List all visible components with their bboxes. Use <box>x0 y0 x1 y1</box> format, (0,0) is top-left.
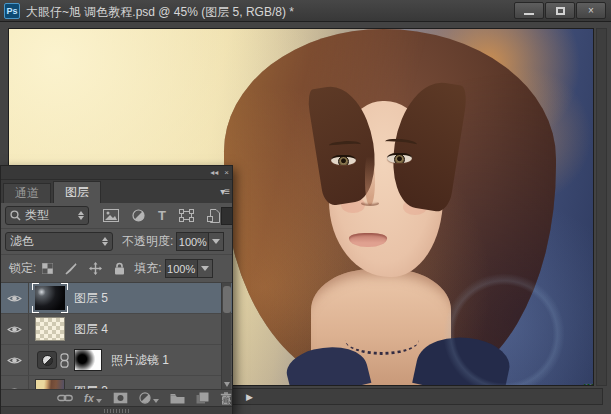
blend-mode-value: 滤色 <box>10 233 34 250</box>
fill-dropdown-button[interactable] <box>198 259 213 278</box>
layer-row-5[interactable]: 图层 5 <box>1 283 232 314</box>
eye-icon <box>7 293 22 304</box>
filter-shape-layers-icon[interactable] <box>179 209 194 222</box>
filter-toggle-switch[interactable] <box>221 207 233 225</box>
status-menu-arrow[interactable]: ▶ <box>246 392 253 402</box>
lock-transparent-pixels-icon[interactable] <box>42 263 53 274</box>
layers-panel: ◂◂ × 通道 图层 ▾≡ 类型 T <box>0 165 233 414</box>
filter-type-label: 类型 <box>25 207 49 224</box>
minimize-button[interactable] <box>514 2 544 19</box>
tab-channels[interactable]: 通道 <box>3 183 51 203</box>
layer-list: 图层 5 图层 4 照片滤镜 1 <box>1 283 232 389</box>
filter-type-dropdown[interactable]: 类型 <box>5 206 89 225</box>
maximize-button[interactable] <box>545 2 575 19</box>
photoshop-app-icon: Ps <box>4 3 20 19</box>
opacity-dropdown-button[interactable] <box>209 232 224 251</box>
caret-down-icon <box>153 399 159 403</box>
add-layer-mask-button[interactable] <box>113 392 128 404</box>
layer-row-4[interactable]: 图层 4 <box>1 314 232 345</box>
layers-panel-bottom-bar: fx <box>1 389 232 406</box>
window-controls: × <box>513 2 606 19</box>
layer-name[interactable]: 图层 5 <box>74 290 108 307</box>
panel-menu-icon[interactable]: ▾≡ <box>220 186 229 197</box>
visibility-toggle[interactable] <box>1 345 29 375</box>
search-icon <box>10 210 21 221</box>
layer-name[interactable]: 图层 4 <box>74 321 108 338</box>
lock-image-pixels-brush-icon[interactable] <box>65 263 77 275</box>
caret-down-icon <box>212 239 220 244</box>
portrait-iris-left <box>338 156 349 165</box>
selection-corner <box>61 306 68 313</box>
lock-label: 锁定: <box>9 260 36 277</box>
minimize-icon <box>524 13 534 15</box>
portrait-eye-right <box>387 153 412 163</box>
portrait-iris-right <box>394 154 405 163</box>
dropdown-arrows-icon <box>102 237 108 246</box>
visibility-toggle[interactable] <box>1 314 29 344</box>
lock-row: 锁定: 填充: 100% <box>1 255 232 283</box>
filter-pixel-layers-icon[interactable] <box>103 209 119 222</box>
eye-icon <box>7 355 22 366</box>
watermark-url: www.psahz.com <box>585 382 594 386</box>
filter-icons: T <box>103 208 220 223</box>
portrait-eye-left <box>331 155 356 165</box>
collapse-panel-icon[interactable]: ◂◂ <box>210 168 218 177</box>
maximize-icon <box>556 7 565 15</box>
fill-label: 填充: <box>134 260 161 277</box>
portrait-necklace <box>345 325 419 355</box>
vertical-scrollbar[interactable] <box>596 28 607 386</box>
blend-mode-dropdown[interactable]: 滤色 <box>5 232 113 251</box>
lock-position-move-icon[interactable] <box>89 262 102 275</box>
half-circle-icon <box>42 355 53 366</box>
eye-icon <box>7 324 22 335</box>
layer-row-photo-filter[interactable]: 照片滤镜 1 <box>1 345 232 376</box>
filter-type-layers-icon[interactable]: T <box>158 208 166 223</box>
layer-row-3[interactable]: 图层 3 <box>1 376 232 389</box>
fill-value[interactable]: 100% <box>165 259 198 278</box>
layer-thumbnail[interactable] <box>35 317 65 341</box>
visibility-toggle[interactable] <box>1 376 29 389</box>
panel-resize-grip[interactable] <box>222 396 231 405</box>
caret-down-icon <box>96 399 102 403</box>
new-adjustment-layer-button[interactable] <box>139 392 159 404</box>
filter-smart-objects-icon[interactable] <box>207 209 220 223</box>
panel-header: ◂◂ × <box>1 166 232 180</box>
document-title: 大眼仔~旭 调色教程.psd @ 45% (图层 5, RGB/8) * <box>26 4 294 21</box>
mask-link-icon[interactable] <box>60 353 69 368</box>
selection-corner <box>32 306 39 313</box>
layer-thumbnail[interactable] <box>35 379 65 389</box>
selection-corner <box>61 283 68 290</box>
layer-mask-thumbnail[interactable] <box>74 349 102 371</box>
opacity-label: 不透明度: <box>122 233 173 250</box>
caret-down-icon <box>201 266 209 271</box>
filter-adjustment-layers-icon[interactable] <box>132 209 145 222</box>
adjustment-layer-icon[interactable] <box>37 351 57 369</box>
blend-mode-row: 滤色 不透明度: 100% <box>1 229 232 255</box>
new-layer-button[interactable] <box>196 392 209 404</box>
lock-icons <box>42 262 125 275</box>
tab-layers[interactable]: 图层 <box>53 181 101 203</box>
window-titlebar[interactable]: Ps 大眼仔~旭 调色教程.psd @ 45% (图层 5, RGB/8) * … <box>0 0 611 22</box>
panel-footer <box>1 406 232 414</box>
link-layers-icon[interactable] <box>57 393 73 403</box>
lock-all-padlock-icon[interactable] <box>114 262 125 275</box>
selection-corner <box>32 283 39 290</box>
portrait-nose <box>365 151 375 205</box>
portrait-nostrils <box>361 201 379 206</box>
panel-drag-grip[interactable] <box>104 409 130 413</box>
visibility-toggle[interactable] <box>1 283 29 313</box>
opacity-value[interactable]: 100% <box>176 232 209 251</box>
layer-list-scrollbar[interactable] <box>221 283 231 389</box>
layer-name[interactable]: 照片滤镜 1 <box>111 352 169 369</box>
panel-tabs: 通道 图层 ▾≡ <box>1 180 232 203</box>
close-button[interactable]: × <box>576 2 606 19</box>
dropdown-arrows-icon <box>78 211 84 220</box>
layer-style-fx-button[interactable]: fx <box>84 392 102 404</box>
layer-filter-row: 类型 T <box>1 203 232 229</box>
new-group-folder-button[interactable] <box>170 393 185 404</box>
scrollbar-thumb[interactable] <box>223 286 231 313</box>
close-panel-icon[interactable]: × <box>224 168 229 177</box>
scrollbar-down-arrow[interactable] <box>224 382 230 387</box>
photoshop-window: Ps 大眼仔~旭 调色教程.psd @ 45% (图层 5, RGB/8) * … <box>0 0 611 414</box>
layer-thumbnail[interactable] <box>35 286 65 310</box>
